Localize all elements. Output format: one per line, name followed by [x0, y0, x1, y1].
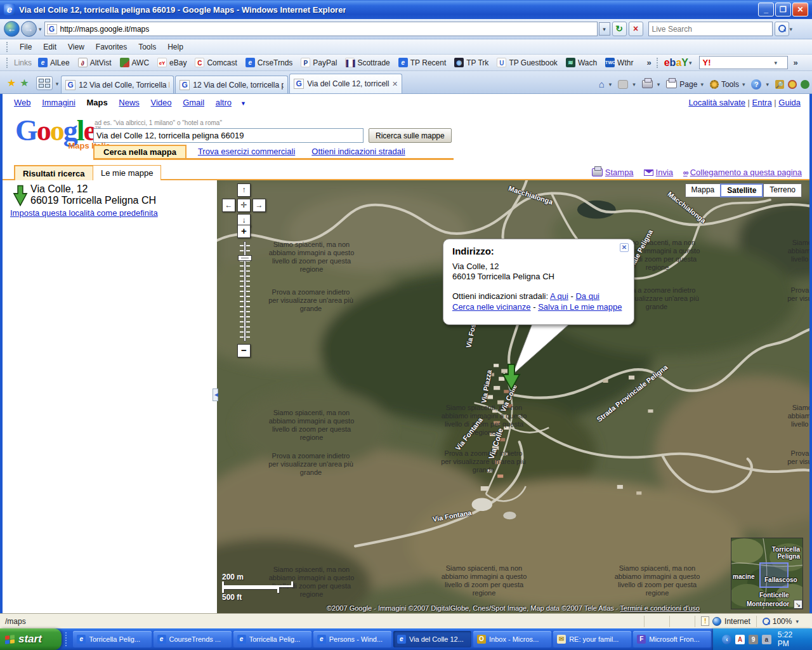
pan-right-button[interactable]: → — [252, 199, 266, 212]
pan-up-button[interactable]: ↑ — [237, 183, 251, 197]
messenger-icon[interactable] — [801, 80, 809, 89]
norton-icon[interactable] — [788, 80, 797, 89]
link-wach[interactable]: ≋Wach — [566, 58, 597, 67]
page-menu-button[interactable]: Page▾ — [666, 80, 706, 89]
research-icon[interactable]: 🔎 — [775, 80, 784, 89]
zoom-dropdown-icon[interactable]: ▾ — [796, 618, 799, 625]
tray-icon-c[interactable]: a — [762, 635, 771, 644]
map-type-satellite[interactable]: Satellite — [720, 183, 763, 197]
save-to-maps-link[interactable]: Salva in Le mie mappe — [538, 302, 622, 312]
nav-gmail[interactable]: Gmail — [183, 98, 204, 107]
link-scottrade[interactable]: ▌▐Scottrade — [345, 58, 390, 67]
terms-link[interactable]: Termini e condizioni d'uso — [620, 604, 700, 612]
link-wthr[interactable]: TWCWthr — [605, 58, 633, 67]
tab-cerca-nella-mappa[interactable]: Cerca nella mappa — [93, 145, 187, 158]
ebay-dropdown-icon[interactable]: ▾ — [689, 60, 692, 66]
link-tp-guestbook[interactable]: UTP Guestbook — [497, 58, 558, 67]
saved-locations-link[interactable]: Località salvate — [688, 98, 745, 107]
search-go-button[interactable] — [775, 22, 789, 36]
zoom-out-button[interactable]: − — [237, 344, 251, 357]
ebay-toolbar-logo[interactable]: ebaY — [664, 57, 688, 69]
taskbar-window-4[interactable]: ePersons - Wind... — [313, 631, 391, 647]
start-button[interactable]: start — [0, 628, 62, 650]
link-to-page-link[interactable]: ∞Collegamento a questa pagina — [683, 168, 802, 177]
url-field[interactable]: G — [44, 22, 598, 36]
zoom-slider-handle[interactable] — [238, 255, 252, 261]
taskbar-window-2[interactable]: eCourseTrends ... — [154, 631, 232, 647]
url-dropdown-button[interactable]: ▾ — [599, 22, 610, 36]
help-link[interactable]: Guida — [778, 98, 801, 107]
refresh-button[interactable]: ↻ — [612, 22, 627, 36]
link-awc[interactable]: AWC — [120, 58, 150, 67]
help-dropdown-icon[interactable]: ▾ — [766, 81, 769, 88]
taskbar-window-1[interactable]: eTorricella Pelig... — [73, 631, 151, 647]
nav-altro[interactable]: altro — [216, 98, 232, 107]
menu-view[interactable]: View — [62, 41, 90, 53]
tab-le-mie-mappe[interactable]: Le mie mappe — [93, 165, 161, 180]
maximize-button[interactable]: ❐ — [775, 3, 791, 17]
home-icon[interactable]: ⌂ — [599, 79, 605, 90]
link-paypal[interactable]: PPayPal — [301, 58, 337, 67]
taskbar-window-7[interactable]: ✉RE: your famil... — [553, 631, 631, 647]
minimap-resize-icon[interactable]: ↘ — [794, 600, 802, 609]
taskbar-window-5-active[interactable]: eVia del Colle 12... — [393, 631, 471, 647]
set-default-location-link[interactable]: Imposta questa località come predefinita — [10, 208, 158, 218]
map-marker[interactable] — [500, 363, 523, 391]
tab-close-icon[interactable]: ✕ — [392, 80, 398, 88]
menu-tools[interactable]: Tools — [133, 41, 162, 53]
nav-video[interactable]: Video — [151, 98, 172, 107]
link-crsetrnds[interactable]: eCrseTrnds — [246, 58, 293, 67]
link-comcast[interactable]: CComcast — [195, 58, 237, 67]
zoom-pane[interactable]: 100% ▾ — [756, 616, 807, 627]
menu-file[interactable]: File — [14, 41, 37, 53]
tab-risultati-ricerca[interactable]: Risultati ricerca — [14, 165, 94, 180]
browser-tab-1[interactable]: G 12 Via del Colle, Torricella Pel... — [61, 76, 174, 93]
browser-tab-3-active[interactable]: G Via del Colle 12, torricella ... ✕ — [289, 74, 402, 93]
browser-tab-2[interactable]: G 12 Via del Colle, torricella peli... — [175, 76, 288, 93]
altro-dropdown-icon[interactable]: ▼ — [240, 100, 246, 107]
yahoo-search-box[interactable]: Y!▾ — [699, 56, 788, 69]
zoom-in-button[interactable]: + — [237, 225, 251, 238]
toolbar-overflow-chevron[interactable]: » — [793, 58, 797, 67]
pan-left-button[interactable]: ← — [222, 199, 235, 212]
feeds-dropdown-icon[interactable]: ▾ — [632, 81, 636, 88]
tray-icon-a[interactable]: A — [735, 635, 745, 644]
menu-help[interactable]: Help — [162, 41, 189, 53]
pan-center-button[interactable]: ✛ — [237, 199, 251, 212]
stop-button[interactable]: × — [629, 22, 643, 36]
nav-web[interactable]: Web — [14, 98, 31, 107]
tray-icon-b[interactable]: 9 — [749, 635, 758, 644]
taskbar-window-3[interactable]: eTorricella Pelig... — [233, 631, 311, 647]
nav-immagini[interactable]: Immagini — [42, 98, 75, 107]
map-type-terreno[interactable]: Terreno — [763, 183, 802, 197]
tray-collapse-icon[interactable]: ‹ — [722, 635, 731, 644]
close-button[interactable]: ✕ — [792, 3, 808, 17]
maps-search-button[interactable]: Ricerca sulle mappe — [369, 128, 452, 143]
taskbar-window-8[interactable]: FMicrosoft Fron... — [633, 631, 711, 647]
menu-favorites[interactable]: Favorites — [90, 41, 133, 53]
sidebar-collapse-arrow[interactable]: ◄ — [213, 388, 218, 401]
overview-minimap[interactable]: Torricella Peligna macine Fallascoso Fon… — [731, 538, 803, 609]
print-dropdown-icon[interactable]: ▾ — [657, 81, 660, 88]
print-link[interactable]: Stampa — [592, 168, 634, 177]
minimize-button[interactable]: _ — [758, 3, 774, 17]
link-allee[interactable]: eAlLee — [38, 58, 70, 67]
send-link[interactable]: Invia — [644, 168, 673, 177]
live-search-box[interactable] — [648, 22, 773, 36]
favorites-star-icon[interactable]: ★ — [7, 77, 16, 89]
links-overflow-chevron[interactable]: » — [646, 58, 651, 67]
to-here-link[interactable]: A qui — [550, 291, 568, 301]
live-search-input[interactable] — [652, 25, 769, 34]
yahoo-search-input[interactable] — [710, 58, 774, 67]
forward-button[interactable]: → — [21, 21, 37, 37]
tab-list-dropdown-icon[interactable]: ▾ — [56, 81, 59, 87]
back-button[interactable]: ← — [4, 21, 20, 37]
maps-search-input[interactable] — [93, 128, 363, 143]
search-nearby-link[interactable]: Cerca nelle vicinanze — [452, 302, 531, 312]
taskbar-window-6[interactable]: OInbox - Micros... — [473, 631, 551, 647]
menu-edit[interactable]: Edit — [37, 41, 62, 53]
url-input[interactable] — [60, 25, 595, 34]
link-altvist[interactable]: ∂AltVist — [78, 58, 112, 67]
tab-indicazioni-stradali[interactable]: Ottieni indicazioni stradali — [311, 147, 405, 158]
bubble-close-icon[interactable]: ✕ — [620, 243, 629, 252]
